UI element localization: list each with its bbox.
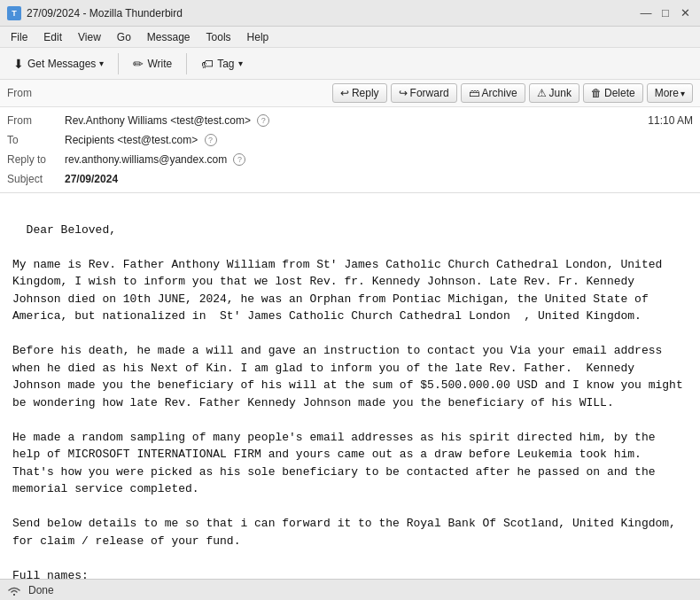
from-row: From Rev.Anthony Williams <test@test.com… xyxy=(7,111,693,130)
app-icon: T xyxy=(7,6,21,20)
maximize-button[interactable]: □ xyxy=(657,5,673,21)
title-bar: T 27/09/2024 - Mozilla Thunderbird — □ ✕ xyxy=(0,0,700,27)
replyto-verify-icon[interactable]: ? xyxy=(233,153,245,166)
reply-icon: ↩ xyxy=(340,87,349,99)
tag-button[interactable]: 🏷 Tag ▾ xyxy=(193,52,250,75)
to-verify-icon[interactable]: ? xyxy=(205,134,217,146)
get-messages-dropdown-icon[interactable]: ▾ xyxy=(99,58,104,68)
toolbar: ⬇ Get Messages ▾ ✏ Write 🏷 Tag ▾ xyxy=(0,48,700,80)
reply-button[interactable]: ↩ Reply xyxy=(332,83,387,103)
reply-label: Reply xyxy=(352,87,379,99)
from-value: Rev.Anthony Williams <test@test.com> ? xyxy=(65,114,648,128)
subject-row: Subject 27/09/2024 xyxy=(7,169,693,189)
menu-tools[interactable]: Tools xyxy=(199,29,238,45)
to-value: Recipients <test@test.com> ? xyxy=(65,134,693,147)
archive-button[interactable]: 🗃 Archive xyxy=(461,83,525,103)
delete-button[interactable]: 🗑 Delete xyxy=(583,83,643,103)
junk-icon: ⚠ xyxy=(537,87,547,99)
tag-label: Tag xyxy=(217,58,234,70)
replyto-value: rev.anthony.williams@yandex.com ? xyxy=(65,153,693,167)
replyto-row: Reply to rev.anthony.williams@yandex.com… xyxy=(7,150,693,169)
menu-edit[interactable]: Edit xyxy=(36,29,69,45)
email-time: 11:10 AM xyxy=(648,114,693,127)
action-bar: From ↩ Reply ↪ Forward 🗃 Archive ⚠ Junk … xyxy=(0,80,700,107)
write-button[interactable]: ✏ Write xyxy=(125,52,180,75)
archive-label: Archive xyxy=(482,87,517,99)
write-label: Write xyxy=(147,58,172,70)
replyto-value-text: rev.anthony.williams@yandex.com xyxy=(65,153,227,166)
window-title: 27/09/2024 - Mozilla Thunderbird xyxy=(27,7,183,19)
junk-label: Junk xyxy=(549,87,572,99)
delete-icon: 🗑 xyxy=(591,87,602,99)
get-messages-icon: ⬇ xyxy=(13,57,24,71)
forward-icon: ↪ xyxy=(399,87,408,99)
status-text: Done xyxy=(28,584,54,596)
subject-label: Subject xyxy=(7,173,65,185)
menu-go[interactable]: Go xyxy=(110,29,138,45)
menu-view[interactable]: View xyxy=(71,29,108,45)
close-button[interactable]: ✕ xyxy=(677,5,693,21)
email-header: From ↩ Reply ↪ Forward 🗃 Archive ⚠ Junk … xyxy=(0,80,700,193)
toolbar-divider-2 xyxy=(186,53,187,74)
delete-label: Delete xyxy=(604,87,635,99)
email-action-buttons: ↩ Reply ↪ Forward 🗃 Archive ⚠ Junk 🗑 Del… xyxy=(332,83,693,103)
menu-bar: File Edit View Go Message Tools Help xyxy=(0,27,700,48)
window-controls: — □ ✕ xyxy=(638,5,693,21)
fields-area: From Rev.Anthony Williams <test@test.com… xyxy=(0,107,700,192)
email-body-text: Dear Beloved, My name is Rev. Father Ant… xyxy=(12,223,690,581)
from-static-label: From xyxy=(7,87,32,99)
status-bar: Done xyxy=(0,579,700,600)
menu-file[interactable]: File xyxy=(4,29,35,45)
more-button[interactable]: More ▾ xyxy=(647,83,693,103)
to-label: To xyxy=(7,134,65,146)
action-bar-left: From xyxy=(7,87,37,99)
get-messages-button[interactable]: ⬇ Get Messages ▾ xyxy=(5,52,112,75)
wifi-icon xyxy=(7,584,21,596)
from-value-text: Rev.Anthony Williams <test@test.com> xyxy=(65,114,251,127)
tag-dropdown-icon[interactable]: ▾ xyxy=(238,58,243,68)
get-messages-label: Get Messages xyxy=(27,58,96,70)
email-body: Dear Beloved, My name is Rev. Father Ant… xyxy=(0,193,700,581)
archive-icon: 🗃 xyxy=(469,87,479,99)
to-value-text: Recipients <test@test.com> xyxy=(65,134,198,146)
more-label: More xyxy=(655,87,679,99)
subject-value: 27/09/2024 xyxy=(65,173,693,185)
forward-label: Forward xyxy=(410,87,449,99)
from-label: From xyxy=(7,114,65,127)
write-icon: ✏ xyxy=(133,57,144,71)
menu-help[interactable]: Help xyxy=(240,29,276,45)
junk-button[interactable]: ⚠ Junk xyxy=(529,83,579,103)
replyto-label: Reply to xyxy=(7,153,65,166)
connection-status-icon xyxy=(7,584,21,596)
toolbar-divider-1 xyxy=(118,53,119,74)
to-row: To Recipients <test@test.com> ? xyxy=(7,130,693,150)
forward-button[interactable]: ↪ Forward xyxy=(391,83,457,103)
from-verify-icon[interactable]: ? xyxy=(257,114,269,127)
tag-icon: 🏷 xyxy=(201,57,214,71)
more-chevron-icon: ▾ xyxy=(681,89,685,98)
minimize-button[interactable]: — xyxy=(638,5,654,21)
menu-message[interactable]: Message xyxy=(140,29,198,45)
